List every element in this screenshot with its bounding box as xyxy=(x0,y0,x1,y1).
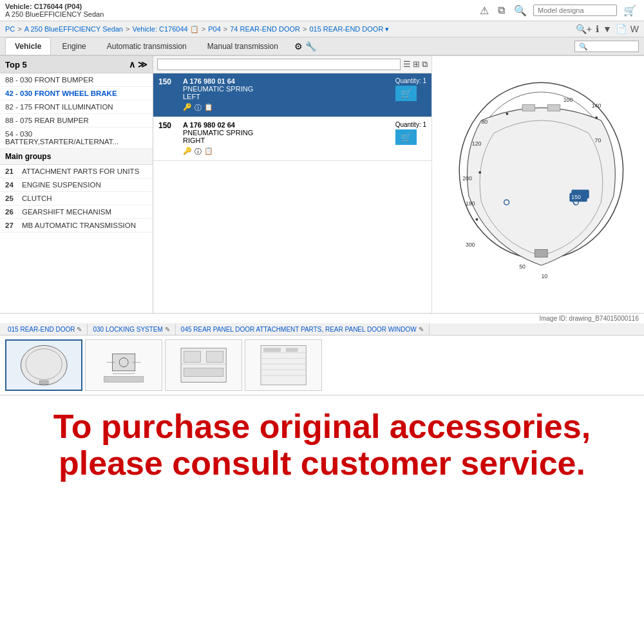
top5-list: 88 - 030 FRONT BUMPER42 - 030 FRONT WHEE… xyxy=(0,73,153,149)
expand-icon[interactable]: ≫ xyxy=(138,59,147,70)
edit-icon[interactable]: ✎ xyxy=(419,326,424,333)
thumbnail-2[interactable] xyxy=(85,339,162,391)
svg-text:80: 80 xyxy=(481,118,488,125)
sidebar-main-group-item[interactable]: 26GEARSHIFT MECHANISM xyxy=(0,205,153,219)
breadcrumb-015[interactable]: 015 REAR-END DOOR ▾ xyxy=(309,25,389,33)
promo-line1: To purchase original accessories, xyxy=(6,408,638,445)
svg-rect-36 xyxy=(104,377,143,383)
tab-manual[interactable]: Manual transmission xyxy=(198,37,288,55)
zoom-icon[interactable]: 🔍+ xyxy=(576,24,592,34)
tab-vehicle[interactable]: Vehicle xyxy=(5,37,51,55)
svg-text:●: ● xyxy=(475,216,478,222)
breadcrumb-vehicle-id[interactable]: Vehicle: C176044 📋 xyxy=(132,25,198,33)
svg-text:200: 200 xyxy=(462,175,472,182)
cart-icon[interactable]: 🛒 xyxy=(621,3,639,18)
warning-icon[interactable]: ⚠ xyxy=(477,3,491,18)
thumbnail-tab-3[interactable]: 045 REAR PANEL DOOR ATTACHMENT PARTS, RE… xyxy=(176,324,430,335)
breadcrumb-rear-door[interactable]: 74 REAR-END DOOR xyxy=(230,25,300,33)
part-row[interactable]: 150 A 176 980 01 64 PNEUMATIC SPRING LEF… xyxy=(153,73,431,117)
svg-text:50: 50 xyxy=(519,263,526,270)
sidebar-top5-item[interactable]: 88 - 030 FRONT BUMPER xyxy=(0,73,153,87)
add-to-cart-button[interactable]: 🛒 xyxy=(395,86,417,101)
tab-search xyxy=(574,41,639,52)
parts-search[interactable] xyxy=(157,59,401,70)
edit-icon[interactable]: ✎ xyxy=(77,326,82,333)
sidebar-top5-item[interactable]: 42 - 030 FRONT WHEEL BRAKE xyxy=(0,87,153,100)
part-pos: 150 xyxy=(158,77,178,86)
main-groups-label: Main groups xyxy=(0,149,153,165)
tab-bar: Vehicle Engine Automatic transmission Ma… xyxy=(0,37,644,56)
collapse-icon[interactable]: ∧ xyxy=(129,59,135,70)
sidebar-main-group-item[interactable]: 27MB AUTOMATIC TRANSMISSION xyxy=(0,219,153,232)
tab-automatic[interactable]: Automatic transmission xyxy=(97,37,196,55)
wis-icon[interactable]: W xyxy=(630,24,639,34)
vehicle-info: Vehicle: C176044 (P04) A 250 BlueEFFICIE… xyxy=(5,3,104,18)
top-bar: Vehicle: C176044 (P04) A 250 BlueEFFICIE… xyxy=(0,0,644,21)
filter-icon[interactable]: ▼ xyxy=(603,24,612,34)
top5-label: Top 5 xyxy=(5,60,27,70)
wrench-icon[interactable]: 🔧 xyxy=(305,41,316,52)
sidebar-main-group-item[interactable]: 24ENGINE SUSPENSION xyxy=(0,178,153,192)
search-icon[interactable]: 🔍 xyxy=(511,3,529,18)
part-number: A 176 980 01 64 xyxy=(183,77,390,85)
svg-rect-30 xyxy=(39,381,48,384)
parts-toolbar: ☰ ⊞ ⧉ xyxy=(153,56,431,73)
center-panel: ☰ ⊞ ⧉ 150 A 176 980 01 64 PNEUMATIC SPRI… xyxy=(153,56,431,313)
image-id-bar: Image ID: drawing_B74015000116 xyxy=(0,314,644,324)
quantity-label: Quantity: 1 xyxy=(395,77,426,84)
thumbnail-4[interactable] xyxy=(245,339,322,391)
part-info: A 176 980 02 64 PNEUMATIC SPRING RIGHT 🔑… xyxy=(183,121,390,156)
svg-text:300: 300 xyxy=(466,242,475,248)
sidebar-top5-item[interactable]: 82 - 175 FRONT ILLUMINATION xyxy=(0,100,153,114)
list-icon[interactable]: ☰ xyxy=(403,59,411,70)
breadcrumb: PC > A 250 BlueEFFICIENCY Sedan > Vehicl… xyxy=(0,21,644,37)
breadcrumb-vehicle-name[interactable]: A 250 BlueEFFICIENCY Sedan xyxy=(24,25,123,33)
tab-search-input[interactable] xyxy=(574,41,639,52)
info-icon[interactable]: ℹ xyxy=(596,24,599,34)
breadcrumb-p04[interactable]: P04 xyxy=(208,25,221,33)
vehicle-name: A 250 BlueEFFICIENCY Sedan xyxy=(5,10,104,18)
sidebar-main-group-item[interactable]: 21ATTACHMENT PARTS FOR UNITS xyxy=(0,165,153,178)
sidebar-top5-header: Top 5 ∧ ≫ xyxy=(0,56,153,73)
svg-rect-40 xyxy=(184,368,223,376)
breadcrumb-pc[interactable]: PC xyxy=(5,25,15,33)
thumbnail-1[interactable] xyxy=(5,339,82,391)
tab-extra-icons: ⚙ 🔧 xyxy=(294,41,316,52)
grid-icon[interactable]: ⊞ xyxy=(413,59,420,70)
promo-banner: To purchase original accessories, please… xyxy=(0,395,644,488)
tab-engine[interactable]: Engine xyxy=(52,37,95,55)
add-to-cart-button[interactable]: 🛒 xyxy=(395,129,417,145)
sidebar: Top 5 ∧ ≫ 88 - 030 FRONT BUMPER42 - 030 … xyxy=(0,56,153,313)
settings-icon[interactable]: ⚙ xyxy=(294,41,303,52)
doc-icon[interactable]: 📋 xyxy=(204,147,213,156)
svg-text:140: 140 xyxy=(592,102,601,109)
svg-rect-49 xyxy=(286,348,298,352)
model-input[interactable] xyxy=(533,5,617,16)
edit-icon[interactable]: ✎ xyxy=(165,326,170,333)
copy-icon[interactable]: ⧉ xyxy=(495,3,507,17)
expand-icon2[interactable]: ⧉ xyxy=(422,59,428,70)
cart-symbol: 🛒 xyxy=(401,132,412,142)
thumbnail-3[interactable] xyxy=(165,339,242,391)
sidebar-top5-item[interactable]: 54 - 030 BATTERY,STARTER/ALTERNAT... xyxy=(0,128,153,149)
vehicle-id: Vehicle: C176044 (P04) xyxy=(5,3,104,10)
thumbnail-tab-2[interactable]: 030 LOCKING SYSTEM✎ xyxy=(88,324,175,335)
svg-point-28 xyxy=(21,345,67,385)
pdf-icon[interactable]: 📄 xyxy=(616,24,627,34)
key-icon[interactable]: 🔑 xyxy=(183,147,192,156)
sidebar-main-group-item[interactable]: 25CLUTCH xyxy=(0,192,153,205)
svg-text:120: 120 xyxy=(472,140,482,147)
info-icon[interactable]: ⓘ xyxy=(194,103,202,113)
part-name-line2: LEFT xyxy=(183,93,390,100)
breadcrumb-icons: 🔍+ ℹ ▼ 📄 W xyxy=(576,24,639,34)
thumbnail-tab-1[interactable]: 015 REAR-END DOOR✎ xyxy=(3,324,88,335)
sidebar-top5-item[interactable]: 88 - 075 REAR BUMPER xyxy=(0,114,153,128)
cart-symbol: 🛒 xyxy=(401,88,412,99)
doc-icon[interactable]: 📋 xyxy=(204,103,213,113)
part-name-line1: PNEUMATIC SPRING xyxy=(183,129,390,137)
info-icon[interactable]: ⓘ xyxy=(194,147,202,156)
part-row[interactable]: 150 A 176 980 02 64 PNEUMATIC SPRING RIG… xyxy=(153,117,431,161)
svg-text:10: 10 xyxy=(541,273,547,279)
part-number: A 176 980 02 64 xyxy=(183,121,390,129)
key-icon[interactable]: 🔑 xyxy=(183,103,192,113)
